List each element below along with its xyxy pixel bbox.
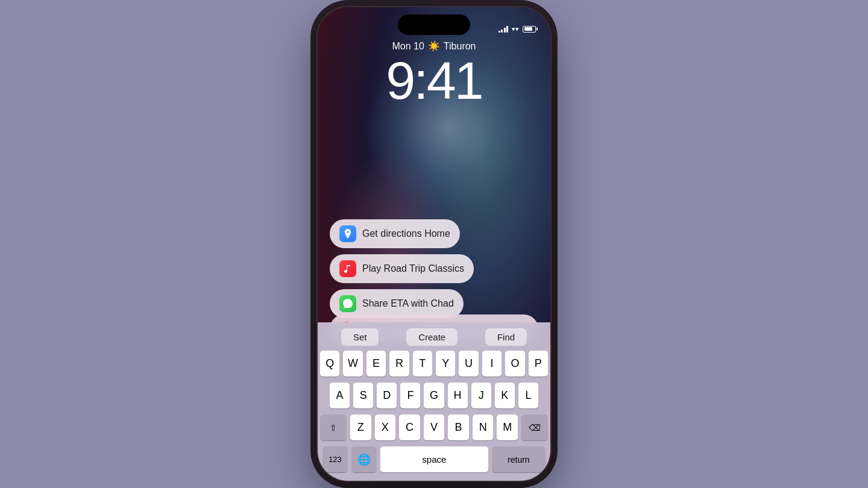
music-app-icon [339,260,356,277]
emoji-key[interactable]: 🌐 [351,446,377,472]
space-key[interactable]: space [380,446,488,472]
quick-action-set[interactable]: Set [341,328,379,346]
key-k[interactable]: K [495,383,515,408]
key-i[interactable]: I [482,351,502,377]
key-r[interactable]: R [389,351,409,377]
suggestion-directions[interactable]: Get directions Home [330,219,460,248]
quick-action-create[interactable]: Create [406,328,458,346]
key-s[interactable]: S [353,383,373,408]
key-y[interactable]: Y [436,351,455,377]
status-icons: ▾▾ [498,25,536,33]
date-text: Mon 10 [392,41,424,52]
wifi-icon: ▾▾ [512,25,519,33]
key-a[interactable]: A [330,383,350,408]
key-z[interactable]: Z [350,414,371,440]
key-x[interactable]: X [375,414,396,440]
keyboard-rows: Q W E R T Y U I O P A S D F G [318,351,550,472]
delete-key[interactable]: ⌫ [521,414,548,440]
key-o[interactable]: O [505,351,524,377]
suggestion-share-eta[interactable]: Share ETA with Chad [330,289,464,318]
key-v[interactable]: V [424,414,445,440]
location-text: Tiburon [444,41,476,52]
keyboard-area: Set Create Find Q W E R T Y U I O P [318,322,550,481]
directions-label: Get directions Home [362,228,450,239]
quick-actions-bar: Set Create Find [318,322,550,351]
key-f[interactable]: F [400,383,420,408]
key-d[interactable]: D [377,383,397,408]
key-u[interactable]: U [459,351,478,377]
key-row-3: ⇧ Z X C V B N M ⌫ [320,414,548,440]
signal-icon [498,25,509,33]
key-w[interactable]: W [343,351,362,377]
key-e[interactable]: E [366,351,386,377]
key-c[interactable]: C [399,414,420,440]
time-display: 9:41 [386,54,482,107]
dynamic-island [398,14,470,35]
numbers-key[interactable]: 123 [322,446,348,472]
key-h[interactable]: H [448,383,468,408]
key-l[interactable]: L [518,383,538,408]
key-m[interactable]: M [497,414,518,440]
key-row-2: A S D F G H J K L [320,383,548,408]
key-q[interactable]: Q [320,351,339,377]
key-b[interactable]: B [448,414,469,440]
music-label: Play Road Trip Classics [362,263,464,274]
key-n[interactable]: N [473,414,494,440]
share-eta-label: Share ETA with Chad [362,298,454,309]
key-row-1: Q W E R T Y U I O P [320,351,548,377]
phone-container: ▾▾ Mon 10 ☀️ Tiburon 9:41 [310,0,558,488]
siri-suggestions: Get directions Home Play Road Trip Class… [330,219,538,318]
quick-action-find[interactable]: Find [485,328,527,346]
phone-frame: ▾▾ Mon 10 ☀️ Tiburon 9:41 [316,6,552,482]
clock-area: Mon 10 ☀️ Tiburon 9:41 [318,40,550,107]
shift-key[interactable]: ⇧ [320,414,347,440]
battery-icon [523,26,536,33]
maps-app-icon [339,225,356,242]
suggestion-music[interactable]: Play Road Trip Classics [330,254,474,283]
key-g[interactable]: G [424,383,444,408]
return-key[interactable]: return [492,446,546,472]
messages-app-icon [339,295,356,312]
key-t[interactable]: T [413,351,432,377]
key-p[interactable]: P [529,351,548,377]
key-row-4: 123 🌐 space return [320,446,548,472]
key-j[interactable]: J [471,383,491,408]
